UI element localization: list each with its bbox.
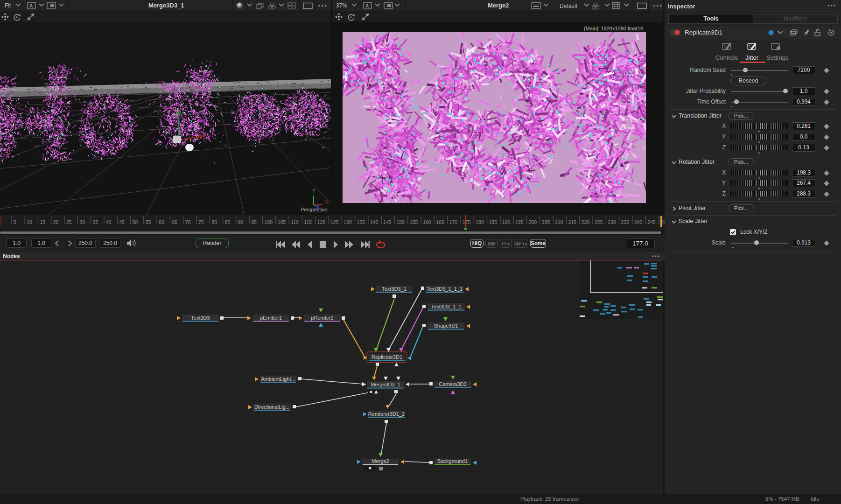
svg-text:Merge2: Merge2: [371, 458, 389, 464]
svg-text:Y: Y: [312, 189, 315, 194]
svg-text:Renderer3D1_2: Renderer3D1_2: [368, 411, 405, 417]
svg-text:225: 225: [595, 219, 603, 225]
svg-text:80: 80: [211, 219, 217, 225]
svg-text:195: 195: [515, 219, 524, 225]
svg-text:DirectionalLig...: DirectionalLig...: [254, 404, 290, 410]
svg-text:95: 95: [251, 219, 257, 225]
svg-text:120: 120: [317, 219, 326, 225]
svg-text:Default: Default: [560, 3, 578, 9]
svg-text:170: 170: [449, 219, 458, 225]
svg-text:5: 5: [14, 219, 16, 225]
svg-text:35: 35: [93, 219, 98, 225]
svg-text:190: 190: [502, 219, 511, 225]
svg-text:140: 140: [370, 219, 378, 225]
svg-text:Replicate3D1: Replicate3D1: [371, 354, 402, 360]
svg-text:125: 125: [330, 219, 339, 225]
svg-text:110: 110: [291, 219, 299, 225]
svg-text:210: 210: [555, 219, 563, 225]
svg-text:Merge3D3_1: Merge3D3_1: [371, 382, 400, 387]
svg-text:60: 60: [159, 219, 164, 225]
svg-text:30: 30: [79, 219, 85, 225]
svg-text:Text3D3_1_1_1: Text3D3_1_1_1: [427, 286, 463, 292]
svg-text:115: 115: [304, 219, 312, 225]
svg-text:155: 155: [410, 219, 418, 225]
svg-text:Text3D3_1_1: Text3D3_1_1: [431, 304, 462, 309]
svg-text:45: 45: [119, 219, 125, 225]
svg-text:40: 40: [106, 219, 112, 225]
svg-text:235: 235: [621, 219, 630, 225]
svg-text:25: 25: [66, 219, 72, 225]
svg-text:55: 55: [146, 219, 151, 225]
svg-text:200: 200: [529, 219, 537, 225]
svg-text:Text3D3_1: Text3D3_1: [382, 286, 406, 292]
svg-text:10: 10: [27, 219, 32, 225]
svg-text:230: 230: [608, 219, 616, 225]
svg-text:50: 50: [133, 219, 138, 225]
svg-text:220: 220: [582, 219, 590, 225]
svg-text:165: 165: [436, 219, 444, 225]
svg-text:15: 15: [40, 219, 45, 225]
svg-text:A: A: [29, 3, 33, 8]
svg-text:105: 105: [278, 219, 286, 225]
svg-text:175: 175: [463, 219, 471, 225]
svg-text:90: 90: [238, 219, 244, 225]
svg-text:65: 65: [172, 219, 177, 225]
svg-text:135: 135: [357, 219, 365, 225]
svg-text:215: 215: [568, 219, 576, 225]
svg-text:70: 70: [185, 219, 191, 225]
svg-text:185: 185: [489, 219, 498, 225]
svg-text:Text3D3: Text3D3: [191, 315, 210, 321]
svg-text:240: 240: [634, 219, 643, 225]
svg-text:160: 160: [423, 219, 431, 225]
svg-text:Camera3D3: Camera3D3: [439, 381, 466, 387]
svg-text:AmbientLight...: AmbientLight...: [261, 376, 295, 382]
svg-text:75: 75: [198, 219, 204, 225]
svg-text:A: A: [365, 3, 369, 8]
svg-text:145: 145: [383, 219, 392, 225]
svg-text:100: 100: [265, 219, 273, 225]
svg-text:Background1: Background1: [437, 458, 468, 464]
svg-text:245: 245: [647, 219, 656, 225]
svg-text:pRender2: pRender2: [311, 315, 333, 321]
svg-text:150: 150: [397, 219, 405, 225]
svg-text:Perspective: Perspective: [301, 207, 327, 212]
svg-text:X: X: [325, 200, 328, 205]
svg-text:Shape3D1: Shape3D1: [434, 323, 458, 329]
svg-text:130: 130: [343, 219, 352, 225]
svg-text:180: 180: [476, 219, 484, 225]
svg-text:85: 85: [225, 219, 231, 225]
svg-text:20: 20: [53, 219, 59, 225]
svg-text:pEmitter1: pEmitter1: [260, 315, 282, 321]
svg-text:205: 205: [542, 219, 550, 225]
